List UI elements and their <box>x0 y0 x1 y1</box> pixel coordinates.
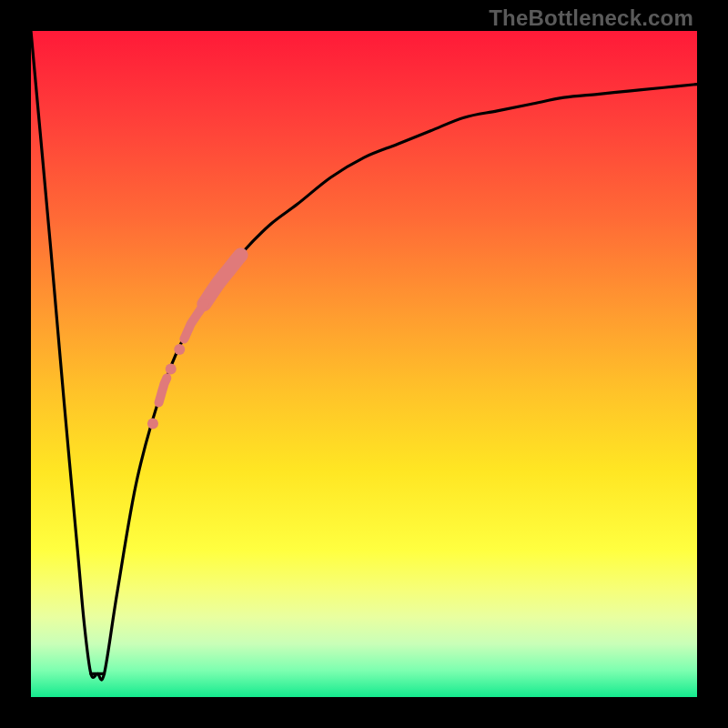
bottleneck-curve <box>31 31 697 680</box>
watermark-text: TheBottleneck.com <box>489 5 693 31</box>
chart-svg <box>31 31 697 697</box>
highlight-dot <box>147 419 158 430</box>
highlight-bar <box>204 255 240 304</box>
highlight-bar <box>184 304 204 339</box>
highlight-markers <box>147 255 241 429</box>
chart-frame: TheBottleneck.com <box>0 0 728 728</box>
highlight-dot <box>174 344 185 355</box>
chart-plot-area <box>31 31 697 697</box>
highlight-bar <box>159 378 167 402</box>
highlight-dot <box>166 363 177 374</box>
